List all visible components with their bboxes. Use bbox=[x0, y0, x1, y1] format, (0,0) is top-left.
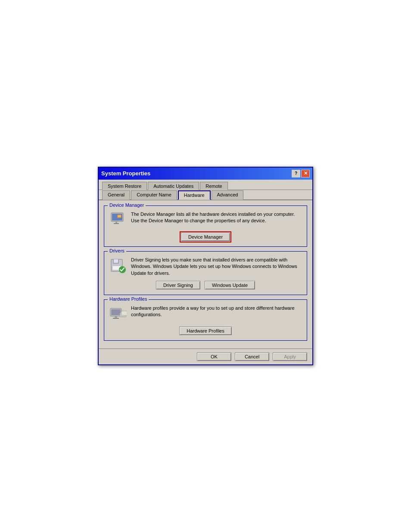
drivers-btn-row: Driver Signing Windows Update bbox=[109, 281, 302, 289]
footer-bar: OK Cancel Apply bbox=[99, 348, 312, 364]
device-manager-description: The Device Manager lists all the hardwar… bbox=[131, 211, 302, 224]
tab-advanced[interactable]: Advanced bbox=[212, 190, 244, 200]
device-manager-label: Device Manager bbox=[108, 202, 146, 208]
drivers-section: Drivers Driver Signing lets bbox=[104, 251, 307, 295]
svg-rect-15 bbox=[113, 318, 119, 319]
svg-rect-3 bbox=[114, 223, 119, 224]
hardware-profiles-body: Hardware profiles provide a way for you … bbox=[109, 305, 302, 322]
svg-rect-8 bbox=[114, 259, 118, 263]
svg-rect-2 bbox=[115, 221, 117, 223]
tab-hardware[interactable]: Hardware bbox=[178, 190, 211, 200]
help-button[interactable]: ? bbox=[292, 170, 300, 177]
cancel-button[interactable]: Cancel bbox=[235, 352, 269, 361]
hardware-profiles-icon bbox=[109, 305, 127, 322]
tab-bar-bottom: General Computer Name Hardware Advanced bbox=[99, 190, 312, 200]
windows-update-button[interactable]: Windows Update bbox=[205, 281, 255, 289]
svg-rect-5 bbox=[118, 215, 121, 217]
title-bar: System Properties ? ✕ bbox=[99, 168, 312, 180]
tab-remote[interactable]: Remote bbox=[200, 182, 228, 190]
hardware-profiles-btn-row: Hardware Profiles bbox=[109, 327, 302, 335]
tab-computer-name[interactable]: Computer Name bbox=[131, 190, 177, 200]
title-bar-buttons: ? ✕ bbox=[292, 170, 310, 177]
hardware-profiles-button[interactable]: Hardware Profiles bbox=[179, 327, 231, 335]
tab-system-restore[interactable]: System Restore bbox=[102, 182, 147, 190]
content-area: Device Manager The Device Manager lists … bbox=[99, 200, 312, 348]
drivers-label: Drivers bbox=[108, 248, 126, 253]
device-manager-body: The Device Manager lists all the hardwar… bbox=[109, 211, 302, 228]
hardware-profiles-section: Hardware Profiles Hardware p bbox=[104, 299, 307, 341]
drivers-body: Driver Signing lets you make sure that i… bbox=[109, 257, 302, 277]
ok-button[interactable]: OK bbox=[197, 352, 231, 361]
tab-bar-top: System Restore Automatic Updates Remote bbox=[99, 180, 312, 190]
driver-signing-button[interactable]: Driver Signing bbox=[156, 281, 200, 289]
device-manager-btn-row: Device Manager bbox=[109, 233, 302, 241]
device-manager-button[interactable]: Device Manager bbox=[181, 233, 230, 241]
apply-button[interactable]: Apply bbox=[273, 352, 307, 361]
tab-general[interactable]: General bbox=[102, 190, 130, 200]
drivers-icon bbox=[109, 257, 127, 274]
svg-rect-14 bbox=[115, 316, 117, 318]
dialog-title: System Properties bbox=[101, 170, 150, 177]
drivers-description: Driver Signing lets you make sure that i… bbox=[131, 257, 302, 277]
device-manager-icon bbox=[109, 211, 127, 228]
close-button[interactable]: ✕ bbox=[301, 170, 310, 177]
svg-rect-18 bbox=[121, 311, 127, 315]
device-manager-section: Device Manager The Device Manager lists … bbox=[104, 205, 307, 247]
tab-automatic-updates[interactable]: Automatic Updates bbox=[148, 182, 199, 190]
hardware-profiles-label: Hardware Profiles bbox=[108, 296, 149, 302]
system-properties-dialog: System Properties ? ✕ System Restore Aut… bbox=[98, 167, 313, 365]
svg-rect-13 bbox=[111, 309, 121, 315]
hardware-profiles-description: Hardware profiles provide a way for you … bbox=[131, 305, 302, 318]
